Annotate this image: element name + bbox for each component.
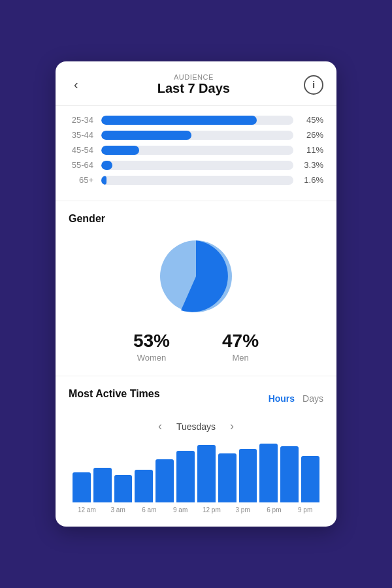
info-button[interactable]: i bbox=[304, 75, 323, 95]
age-bar-percentage: 1.6% bbox=[300, 175, 323, 185]
prev-day-button[interactable]: ‹ bbox=[154, 418, 166, 434]
age-range-label: 65+ bbox=[69, 175, 93, 185]
chart-bar bbox=[135, 470, 153, 502]
age-range-label: 45-54 bbox=[69, 145, 93, 155]
women-percentage: 53% bbox=[133, 331, 170, 351]
chart-bar bbox=[218, 453, 237, 502]
chart-bar bbox=[280, 446, 299, 502]
header-title: Last 7 Days bbox=[157, 81, 230, 96]
age-row: 65+1.6% bbox=[69, 175, 323, 185]
age-bar-track bbox=[101, 161, 293, 170]
chart-time-label: 12 pm bbox=[196, 506, 227, 514]
gender-section: Gender 53% Women 47% Men bbox=[56, 201, 336, 376]
header-center: AUDIENCE Last 7 Days bbox=[157, 73, 230, 96]
age-bar-track bbox=[101, 146, 293, 155]
chart-bar bbox=[176, 451, 195, 502]
chart-bar bbox=[301, 456, 319, 502]
chart-time-label: 6 pm bbox=[259, 506, 290, 514]
age-bar-percentage: 45% bbox=[300, 115, 323, 125]
chart-bar bbox=[155, 459, 174, 502]
chart-bar bbox=[197, 445, 216, 502]
age-bar-fill bbox=[101, 176, 106, 185]
age-bar-percentage: 26% bbox=[300, 130, 323, 140]
age-bar-track bbox=[101, 176, 293, 185]
chart-labels: 12 am3 am6 am9 am12 pm3 pm6 pm9 pm bbox=[69, 506, 323, 514]
age-row: 45-5411% bbox=[69, 145, 323, 155]
tab-days[interactable]: Days bbox=[302, 393, 323, 404]
chart-time-label: 3 pm bbox=[227, 506, 259, 514]
chart-bar bbox=[73, 472, 91, 502]
active-tabs: Hours Days bbox=[269, 393, 323, 404]
age-bar-fill bbox=[101, 146, 139, 155]
age-bar-fill bbox=[101, 116, 257, 125]
age-row: 25-3445% bbox=[69, 115, 323, 125]
chart-time-label: 3 am bbox=[103, 506, 134, 514]
header-subtitle: AUDIENCE bbox=[157, 73, 230, 81]
women-label: Women bbox=[133, 353, 170, 363]
active-times-section: Most Active Times Hours Days ‹ Tuesdays … bbox=[56, 376, 336, 527]
gender-title: Gender bbox=[69, 213, 323, 225]
men-label: Men bbox=[222, 353, 259, 363]
active-header: Most Active Times Hours Days bbox=[69, 388, 323, 409]
chart-bar bbox=[259, 444, 278, 502]
age-bar-track bbox=[101, 131, 293, 140]
current-day: Tuesdays bbox=[176, 421, 216, 432]
age-range-label: 35-44 bbox=[69, 130, 93, 140]
age-row: 55-643.3% bbox=[69, 160, 323, 170]
age-range-label: 25-34 bbox=[69, 115, 93, 125]
men-stat: 47% Men bbox=[222, 331, 259, 363]
main-card: ‹ AUDIENCE Last 7 Days i 25-3445%35-4426… bbox=[56, 61, 336, 527]
back-button[interactable]: ‹ bbox=[69, 74, 84, 95]
header: ‹ AUDIENCE Last 7 Days i bbox=[56, 61, 336, 106]
hours-bar-chart bbox=[69, 444, 323, 502]
chart-bar bbox=[114, 475, 133, 502]
age-bar-percentage: 11% bbox=[300, 145, 323, 155]
chart-time-label: 12 am bbox=[71, 506, 103, 514]
chart-time-label: 9 am bbox=[165, 506, 196, 514]
pie-container bbox=[69, 234, 323, 319]
women-stat: 53% Women bbox=[133, 331, 170, 363]
tab-hours[interactable]: Hours bbox=[269, 393, 295, 404]
day-navigator: ‹ Tuesdays › bbox=[69, 418, 323, 434]
gender-stats: 53% Women 47% Men bbox=[69, 331, 323, 363]
active-times-title: Most Active Times bbox=[69, 388, 160, 400]
gender-pie-chart bbox=[154, 234, 238, 319]
next-day-button[interactable]: › bbox=[226, 418, 238, 434]
age-section: 25-3445%35-4426%45-5411%55-643.3%65+1.6% bbox=[56, 106, 336, 201]
chart-bar bbox=[239, 449, 257, 502]
age-bar-fill bbox=[101, 131, 191, 140]
age-bar-percentage: 3.3% bbox=[300, 160, 323, 170]
age-row: 35-4426% bbox=[69, 130, 323, 140]
age-bar-track bbox=[101, 116, 293, 125]
chart-bar bbox=[93, 468, 112, 502]
chart-time-label: 9 pm bbox=[289, 506, 321, 514]
age-range-label: 55-64 bbox=[69, 160, 93, 170]
chart-time-label: 6 am bbox=[134, 506, 165, 514]
men-percentage: 47% bbox=[222, 331, 259, 351]
age-bar-fill bbox=[101, 161, 112, 170]
